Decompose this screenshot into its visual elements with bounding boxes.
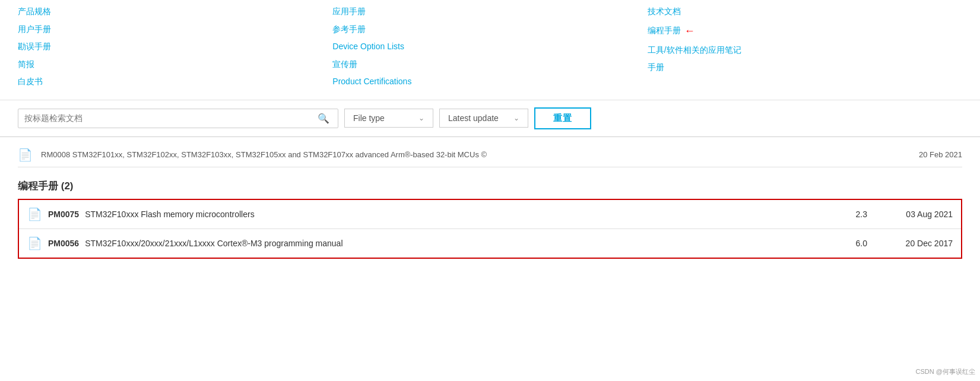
nav-device-option[interactable]: Device Option Lists (332, 41, 647, 53)
chevron-down-icon: ⌄ (418, 114, 424, 122)
nav-tool-note[interactable]: 工具/软件相关的应用笔记 (648, 45, 962, 56)
prev-result-date: 20 Feb 2021 (919, 150, 962, 159)
result-2-date: 20 Dec 2017 (876, 239, 953, 248)
prog-manual-label: 编程手册 (648, 25, 681, 37)
result-row-2-content: 📄 PM0056 STM32F10xxx/20xxx/21xxx/L1xxxx … (27, 236, 811, 250)
nav-tech-doc[interactable]: 技术文档 (648, 6, 962, 18)
section-title: 编程手册 (2) (18, 179, 962, 193)
chevron-down-icon-2: ⌄ (513, 114, 519, 122)
file-type-dropdown[interactable]: File type ⌄ (344, 109, 433, 128)
file-type-label: File type (353, 113, 385, 123)
doc-icon-2: 📄 (27, 236, 42, 250)
results-section: 📄 PM0075 STM32F10xxx Flash memory microc… (18, 199, 962, 259)
nav-app-manual[interactable]: 应用手册 (332, 6, 647, 18)
nav-ref-manual[interactable]: 参考手册 (332, 24, 647, 36)
nav-col-2: 应用手册 参考手册 Device Option Lists 宣传册 Produc… (332, 6, 647, 88)
search-input[interactable] (24, 113, 315, 123)
nav-user-manual[interactable]: 用户手册 (18, 24, 332, 36)
result-1-date: 03 Aug 2021 (876, 209, 953, 219)
result-row-1-content: 📄 PM0075 STM32F10xxx Flash memory microc… (27, 207, 811, 221)
nav-col-1: 产品规格 用户手册 勘误手册 简报 白皮书 (18, 6, 332, 88)
latest-update-dropdown[interactable]: Latest update ⌄ (439, 109, 528, 128)
prev-result-text: RM0008 STM32F101xx, STM32F102xx, STM32F1… (41, 150, 911, 159)
content-area: 📄 RM0008 STM32F101xx, STM32F102xx, STM32… (0, 137, 980, 265)
section-count: (2) (61, 180, 74, 192)
doc-icon-prev: 📄 (18, 148, 33, 162)
prev-result-row: 📄 RM0008 STM32F101xx, STM32F102xx, STM32… (18, 143, 962, 167)
result-1-code: PM0075 (48, 209, 79, 219)
nav-brochure[interactable]: 宣传册 (332, 59, 647, 71)
result-2-version: 6.0 (820, 239, 867, 248)
nav-col-3: 技术文档 编程手册 ← 工具/软件相关的应用笔记 手册 (648, 6, 962, 88)
nav-manual[interactable]: 手册 (648, 62, 962, 74)
result-1-version: 2.3 (820, 209, 867, 219)
result-row-1[interactable]: 📄 PM0075 STM32F10xxx Flash memory microc… (19, 200, 961, 229)
red-arrow-icon: ← (684, 24, 695, 39)
search-input-wrapper[interactable]: 🔍 (18, 109, 338, 128)
result-1-desc: STM32F10xxx Flash memory microcontroller… (85, 209, 255, 219)
result-2-desc: STM32F10xxx/20xxx/21xxx/L1xxxx Cortex®-M… (85, 239, 342, 248)
nav-prog-manual[interactable]: 编程手册 ← (648, 24, 962, 39)
latest-update-label: Latest update (448, 113, 499, 123)
result-2-code: PM0056 (48, 239, 79, 248)
search-bar: 🔍 File type ⌄ Latest update ⌄ 重置 (0, 100, 980, 137)
nav-section: 产品规格 用户手册 勘误手册 简报 白皮书 应用手册 参考手册 Device O… (0, 0, 980, 100)
doc-icon-1: 📄 (27, 207, 42, 221)
nav-product-spec[interactable]: 产品规格 (18, 6, 332, 18)
nav-errata[interactable]: 勘误手册 (18, 41, 332, 53)
section-title-text: 编程手册 (18, 180, 58, 192)
nav-product-cert[interactable]: Product Certifications (332, 76, 647, 88)
nav-whitepaper[interactable]: 白皮书 (18, 76, 332, 88)
reset-button[interactable]: 重置 (534, 107, 591, 129)
nav-brief[interactable]: 简报 (18, 59, 332, 71)
search-button[interactable]: 🔍 (315, 113, 332, 124)
result-row-2[interactable]: 📄 PM0056 STM32F10xxx/20xxx/21xxx/L1xxxx … (19, 229, 961, 258)
